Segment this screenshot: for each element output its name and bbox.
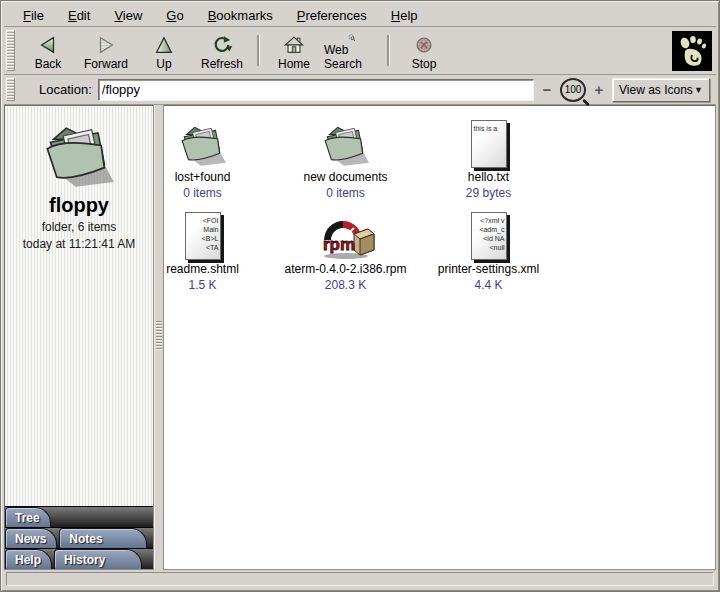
file-lost-found[interactable]: lost+found 0 items [164,112,274,204]
statusbar [4,570,716,588]
file-name: printer-settings.xml [438,262,539,276]
file-new-documents[interactable]: new documents 0 items [274,112,417,204]
icon-view: lost+found 0 items new [164,105,716,570]
statusbar-message [6,572,714,586]
svg-text:rpm: rpm [323,235,355,254]
refresh-label: Refresh [201,57,243,71]
file-printer-settings-xml[interactable]: <?xml v <adm_c <id NA <null printer-sett… [417,204,560,296]
menu-help[interactable]: Help [380,5,429,26]
sidebar-folder-date: today at 11:21:41 AM [5,237,153,251]
doc-preview-line: this is a [474,124,505,133]
toolbar-grip[interactable] [6,30,15,71]
floppy-folder-icon [41,120,117,190]
forward-label: Forward [84,57,128,71]
file-name: hello.txt [468,170,509,184]
home-button[interactable]: Home [265,29,323,72]
tab-tree[interactable]: Tree [5,507,51,527]
menu-edit[interactable]: Edit [57,5,101,26]
doc-preview-line: <null [474,243,505,252]
file-readme-shtml[interactable]: <FOI Main <B>L <TA readme.shtml 1.5 K [164,204,274,296]
refresh-icon [210,34,234,56]
back-label: Back [35,57,62,71]
file-info: 4.4 K [474,278,502,292]
file-manager-window: File Edit View Go Bookmarks Preferences … [0,0,720,592]
stop-button[interactable]: Stop [395,29,453,72]
view-mode-dropdown[interactable]: View as Icons ▼ [612,78,710,102]
location-input[interactable] [98,79,534,101]
menu-view[interactable]: View [103,5,153,26]
toolbar-spacer [453,29,672,72]
zoom-level-value: 100 [565,84,582,95]
file-info: 0 items [326,186,365,200]
toolbar: Back Forward Up Refres [4,27,716,75]
doc-preview-line: <TA [188,243,219,252]
tab-help[interactable]: Help [5,549,52,569]
file-info: 29 bytes [466,186,511,200]
location-label: Location: [39,82,92,97]
back-button[interactable]: Back [19,29,77,72]
menu-preferences[interactable]: Preferences [286,5,378,26]
view-mode-value: View as Icons [619,83,693,97]
tab-history[interactable]: History [54,549,142,569]
back-icon [36,34,60,56]
sidebar-folder-subtitle: folder, 6 items [5,220,153,234]
sidebar-splitter[interactable] [154,105,164,570]
gnome-throbber [672,31,712,71]
rpm-package-icon: rpm [316,214,376,260]
file-aterm-rpm[interactable]: rpm aterm-0.4.0-2.i386.rpm 208.3 K [274,204,417,296]
tab-news[interactable]: News [5,528,57,548]
content-area: floppy folder, 6 items today at 11:21:41… [4,105,716,570]
tab-row: News Notes [5,527,153,548]
location-bar: Location: − 100 + View as Icons ▼ [4,75,716,105]
stop-icon [412,34,436,56]
sidebar-folder-title: floppy [5,194,153,217]
sidebar: floppy folder, 6 items today at 11:21:41… [4,105,154,570]
doc-preview-line: <FOI [188,216,219,225]
file-name: aterm-0.4.0-2.i386.rpm [284,262,406,276]
home-icon [282,34,306,56]
tab-row: Help History [5,548,153,569]
web-search-button[interactable]: Web Search [323,29,381,72]
menu-go[interactable]: Go [155,5,194,26]
file-info: 0 items [183,186,222,200]
toolbar-separator [387,35,389,66]
gnome-foot-icon [675,34,709,68]
doc-preview-line: Main [188,225,219,234]
menubar: File Edit View Go Bookmarks Preferences … [4,4,716,27]
refresh-button[interactable]: Refresh [193,29,251,72]
file-info: 1.5 K [188,278,216,292]
forward-button[interactable]: Forward [77,29,135,72]
folder-icon [178,122,228,168]
file-info: 208.3 K [325,278,366,292]
file-name: new documents [303,170,387,184]
text-document-icon: <FOI Main <B>L <TA [185,212,221,260]
doc-preview-line: <id NA [474,234,505,243]
up-button[interactable]: Up [135,29,193,72]
doc-preview-line: <?xml v [474,216,505,225]
stop-label: Stop [412,57,437,71]
splitter-thumb[interactable] [156,320,162,350]
zoom-level-indicator[interactable]: 100 [560,78,586,102]
zoom-in-button[interactable]: + [592,81,606,98]
web-search-icon [340,34,364,42]
file-name: readme.shtml [166,262,239,276]
tab-row: Tree [5,506,153,527]
web-search-label: Web Search [324,43,380,71]
file-name: lost+found [175,170,231,184]
file-hello-txt[interactable]: this is a hello.txt 29 bytes [417,112,560,204]
up-label: Up [156,57,171,71]
sidebar-tabs: Tree News Notes Help History [5,506,153,569]
icon-grid: lost+found 0 items new [164,112,715,296]
zoom-out-button[interactable]: − [540,81,554,98]
up-icon [152,34,176,56]
forward-icon [94,34,118,56]
locationbar-grip[interactable] [6,78,15,101]
toolbar-separator [257,35,259,66]
text-document-icon: <?xml v <adm_c <id NA <null [471,212,507,260]
tab-notes[interactable]: Notes [59,528,147,548]
text-document-icon: this is a [471,120,507,168]
folder-icon [321,122,371,168]
home-label: Home [278,57,310,71]
menu-file[interactable]: File [12,5,55,26]
menu-bookmarks[interactable]: Bookmarks [197,5,284,26]
